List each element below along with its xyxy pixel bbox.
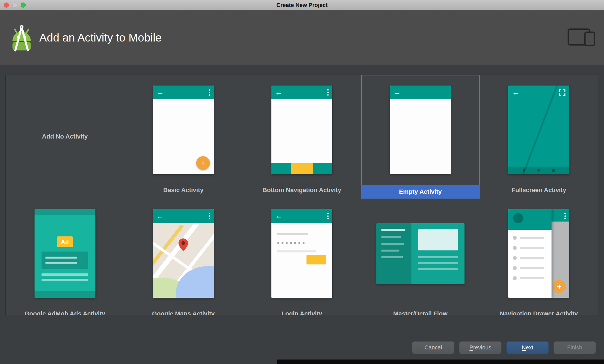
tablet-and-phone-form-factor-icon [568,28,596,46]
map-pin-icon [179,238,188,251]
template-card-basic-activity[interactable]: ← + Basic Activity [124,75,242,199]
drawer-list-item [508,276,552,280]
template-card-google-maps-activity[interactable]: ← Google Maps Activity [124,199,242,315]
back-arrow-icon: ← [393,89,401,96]
minimize-window-button[interactable] [12,3,17,8]
form-field-line [277,233,308,235]
template-card-login-activity[interactable]: ← Login Activity [242,199,361,315]
bottom-navigation-thumbnail: ← [271,86,332,174]
google-maps-thumbnail: ← [153,209,214,298]
detail-pane-card [418,229,458,250]
template-card-fullscreen-activity[interactable]: ← Fullscreen Activity [480,75,598,199]
drawer-header [508,209,552,230]
template-card-google-admob-ads-activity[interactable]: Ad Google AdMob Ads Activity [6,199,124,315]
traffic-lights [4,0,26,10]
back-arrow-icon: ← [275,212,282,220]
top-band [35,209,95,215]
fullscreen-activity-thumbnail: ← [508,86,569,174]
template-card-master-detail-flow[interactable]: Master/Detail Flow [361,199,480,315]
overflow-menu-icon [327,213,329,219]
overflow-menu-icon [209,213,210,219]
text-line [418,262,458,264]
template-label: Google Maps Activity [124,310,242,315]
map-canvas [153,223,214,298]
drawer-list-item [508,246,552,250]
app-bar: ← [271,209,332,223]
text-line [418,256,458,258]
drawer-list-item [508,256,552,260]
admob-ads-thumbnail: Ad [35,209,95,298]
template-label: Google AdMob Ads Activity [6,310,124,315]
app-bar: ← [271,86,332,99]
dialog-footer: Cancel Previous Next Finish [412,341,596,354]
bottom-band [35,291,95,298]
window-title: Create New Project [276,2,328,8]
text-line [418,268,458,270]
wizard-header: Add an Activity to Mobile [0,10,604,65]
template-label: Navigation Drawer Activity [480,310,598,315]
template-label: Master/Detail Flow [361,310,480,315]
fab-plus-icon: + [196,156,210,170]
text-line [42,279,88,281]
login-button-shape [306,255,326,264]
fab-plus-icon: + [553,280,566,293]
next-button[interactable]: Next [506,341,549,354]
app-bar: ← [153,209,214,223]
template-label: Login Activity [242,310,361,315]
navigation-drawer-thumbnail: + [508,209,569,298]
template-card-add-no-activity[interactable]: Add No Activity [6,75,124,199]
template-label: Fullscreen Activity [480,186,598,194]
template-label-selected: Empty Activity [361,185,480,198]
avatar [513,213,523,223]
back-arrow-icon: ← [157,212,164,220]
page-title: Add an Activity to Mobile [39,31,162,44]
login-form [271,223,332,298]
empty-activity-thumbnail: ← [390,86,451,174]
ad-badge: Ad [57,236,73,247]
password-dots [277,242,305,244]
overflow-menu-icon [327,89,329,96]
master-detail-thumbnail [376,223,465,284]
previous-button[interactable]: Previous [459,341,502,354]
bottom-nav-bar [271,163,332,174]
overflow-menu-icon [564,213,566,219]
template-card-navigation-drawer-activity[interactable]: + Navigation Drawer Activity [480,199,598,315]
drawer-list-item [508,266,552,270]
ad-content-panel [42,252,88,269]
window-titlebar: Create New Project [0,0,604,10]
app-bar: ← [153,86,214,99]
zoom-window-button[interactable] [21,3,26,8]
diagonal-accent [520,86,559,174]
template-label: Bottom Navigation Activity [242,186,361,194]
background-window-strip [277,360,604,364]
map-water-area [176,266,214,298]
login-activity-thumbnail: ← [271,209,332,298]
cancel-button[interactable]: Cancel [412,341,454,354]
back-arrow-icon: ← [275,89,282,96]
drawer-list-item [508,236,552,240]
form-field-line [277,250,316,252]
overflow-menu-icon [209,89,210,96]
android-nav-bar [508,167,569,174]
back-arrow-icon: ← [157,89,164,96]
activity-template-gallery[interactable]: Add No Activity ← + Basic Activity ← [5,75,598,315]
close-window-button[interactable] [4,3,9,8]
template-label: Add No Activity [6,133,124,140]
basic-activity-thumbnail: ← + [153,86,214,174]
text-line [42,273,88,276]
finish-button: Finish [553,341,596,354]
template-label: Basic Activity [124,186,242,194]
app-bar: ← [390,86,451,99]
fullscreen-icon [559,89,566,96]
master-list-pane [376,223,412,284]
android-studio-logo-icon [7,23,36,53]
template-card-empty-activity[interactable]: ← Empty Activity [361,75,480,199]
back-arrow-icon: ← [512,89,519,96]
template-card-bottom-navigation-activity[interactable]: ← Bottom Navigation Activity [242,75,361,199]
gallery-grid: Add No Activity ← + Basic Activity ← [6,75,598,315]
drawer-panel [508,209,552,298]
